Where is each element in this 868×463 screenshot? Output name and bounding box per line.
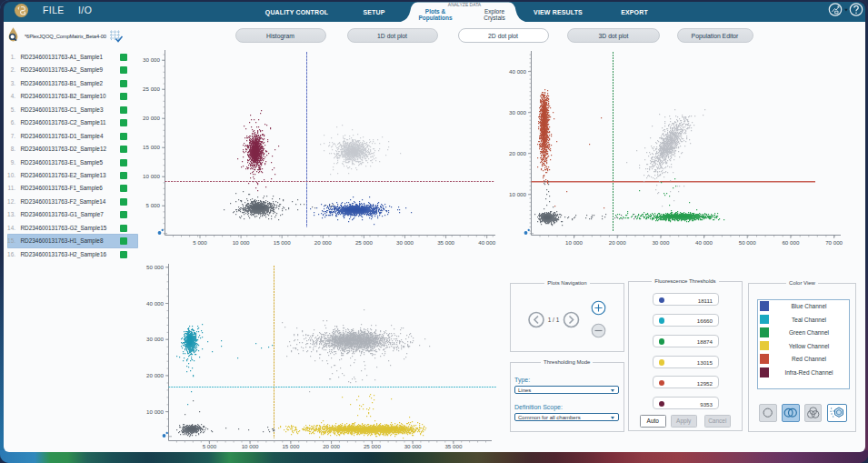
svg-text:10 000: 10 000: [565, 239, 583, 246]
svg-text:10 000: 10 000: [509, 191, 526, 197]
svg-text:15 000: 15 000: [274, 239, 291, 246]
svg-text:1 / 1: 1 / 1: [548, 317, 560, 323]
svg-text:10 000: 10 000: [143, 173, 160, 179]
svg-text:25 000: 25 000: [143, 86, 160, 92]
svg-text:15 000: 15 000: [143, 144, 160, 150]
svg-text:5 000: 5 000: [203, 443, 217, 449]
svg-text:30 000: 30 000: [146, 336, 164, 342]
svg-text:10 000: 10 000: [242, 443, 259, 449]
svg-text:40 000: 40 000: [146, 300, 164, 307]
svg-text:30 000: 30 000: [509, 109, 526, 116]
svg-text:30 000: 30 000: [396, 239, 414, 246]
svg-text:50 000: 50 000: [739, 239, 756, 246]
svg-text:35 000: 35 000: [444, 443, 462, 449]
svg-text:35 000: 35 000: [437, 239, 454, 246]
svg-text:30 000: 30 000: [143, 56, 160, 63]
svg-text:60 000: 60 000: [782, 239, 799, 246]
svg-text:10 000: 10 000: [233, 239, 250, 246]
svg-text:20 000: 20 000: [609, 239, 626, 246]
svg-text:30 000: 30 000: [652, 239, 669, 246]
svg-text:20 000: 20 000: [314, 239, 332, 246]
svg-text:40 000: 40 000: [695, 239, 713, 246]
svg-text:50 000: 50 000: [146, 264, 164, 270]
svg-text:20 000: 20 000: [323, 443, 340, 449]
svg-text:15 000: 15 000: [282, 443, 299, 449]
svg-text:25 000: 25 000: [364, 443, 381, 449]
svg-text:30 000: 30 000: [404, 443, 422, 449]
svg-text:10 000: 10 000: [146, 408, 164, 415]
svg-text:40 000: 40 000: [509, 68, 526, 75]
svg-text:40 000: 40 000: [478, 239, 495, 246]
svg-text:5 000: 5 000: [146, 202, 161, 208]
svg-text:5 000: 5 000: [193, 239, 207, 246]
svg-text:25 000: 25 000: [355, 239, 373, 246]
svg-text:20 000: 20 000: [509, 150, 526, 156]
svg-text:70 000: 70 000: [825, 239, 843, 246]
svg-text:20 000: 20 000: [146, 372, 164, 378]
svg-text:20 000: 20 000: [143, 115, 160, 121]
